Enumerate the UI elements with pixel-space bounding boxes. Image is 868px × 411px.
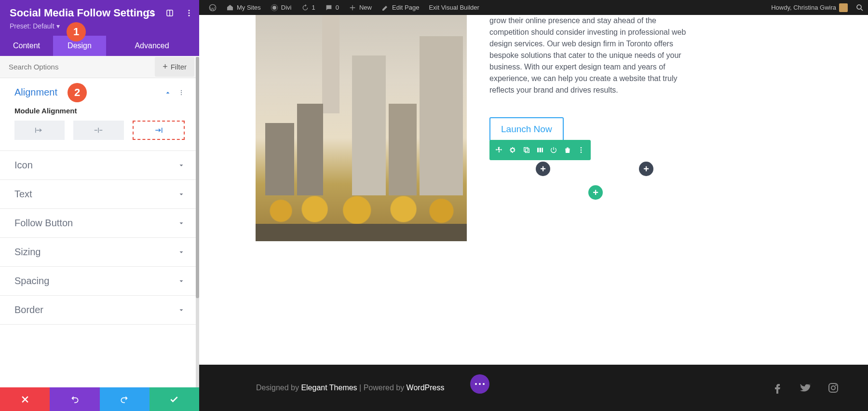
- avatar[interactable]: [839, 3, 848, 12]
- module-alignment-label: Module Alignment: [14, 107, 185, 115]
- builder-menu-fab[interactable]: [470, 374, 489, 394]
- chevron-down-icon: [178, 307, 185, 314]
- search-icon[interactable]: [855, 3, 864, 12]
- svg-rect-8: [542, 148, 543, 152]
- footer-credit: Designed by: [256, 384, 301, 392]
- align-right-button[interactable]: [133, 121, 185, 140]
- wp-updates[interactable]: 1: [297, 0, 320, 15]
- chevron-down-icon: [178, 191, 185, 198]
- section-sizing[interactable]: Sizing: [0, 238, 199, 266]
- wp-admin-bar: My Sites Divi 1 0 New Edit Page Exit Vis…: [199, 0, 868, 15]
- power-icon[interactable]: [550, 146, 557, 154]
- svg-rect-24: [162, 128, 163, 133]
- section-icon[interactable]: Icon: [0, 151, 199, 179]
- svg-point-10: [580, 150, 582, 151]
- chevron-down-icon: [178, 162, 185, 169]
- svg-rect-22: [35, 128, 36, 133]
- svg-rect-23: [98, 128, 99, 133]
- svg-point-17: [189, 13, 190, 14]
- svg-point-18: [189, 15, 190, 16]
- tab-content[interactable]: Content: [0, 36, 53, 56]
- body-text: grow their online presence and stay ahea…: [489, 15, 697, 96]
- add-module-button[interactable]: +: [536, 162, 550, 176]
- wp-exit-builder[interactable]: Exit Visual Builder: [424, 0, 484, 15]
- align-center-button[interactable]: [73, 121, 123, 140]
- add-module-button[interactable]: +: [639, 162, 653, 176]
- svg-point-16: [189, 10, 190, 11]
- settings-panel: Social Media Follow Settings Preset: Def…: [0, 0, 199, 411]
- svg-rect-5: [525, 149, 529, 152]
- facebook-icon[interactable]: [772, 382, 783, 394]
- save-button[interactable]: [149, 387, 199, 411]
- search-input[interactable]: [0, 56, 155, 78]
- panel-tabs: Content Design Advanced: [0, 36, 199, 56]
- section-text[interactable]: Text: [0, 180, 199, 208]
- chevron-down-icon: [178, 278, 185, 285]
- footer: Designed by Elegant Themes | Powered by …: [199, 365, 868, 411]
- svg-rect-6: [537, 148, 539, 152]
- svg-point-11: [580, 151, 582, 153]
- kebab-icon[interactable]: [178, 89, 185, 96]
- wp-edit-page[interactable]: Edit Page: [377, 0, 424, 15]
- tab-advanced[interactable]: Advanced: [106, 36, 198, 56]
- section-spacing[interactable]: Spacing: [0, 267, 199, 295]
- section-follow-button[interactable]: Follow Button: [0, 209, 199, 237]
- launch-button[interactable]: Launch Now: [489, 117, 564, 141]
- gear-icon[interactable]: [509, 146, 516, 154]
- align-left-button[interactable]: [14, 121, 65, 140]
- section-alignment[interactable]: Alignment: [0, 78, 199, 107]
- responsive-icon[interactable]: [165, 9, 174, 17]
- svg-point-20: [181, 92, 182, 93]
- footer-et-link[interactable]: Elegant Themes: [301, 384, 357, 392]
- more-icon[interactable]: [577, 146, 585, 154]
- page-preview: grow their online presence and stay ahea…: [199, 15, 868, 411]
- columns-icon[interactable]: [536, 146, 544, 154]
- svg-point-21: [181, 94, 182, 95]
- chevron-up-icon: [164, 89, 171, 96]
- redo-button[interactable]: [100, 387, 149, 411]
- undo-button[interactable]: [50, 387, 99, 411]
- hero-image: [256, 12, 467, 241]
- svg-point-3: [857, 5, 861, 9]
- move-icon[interactable]: [495, 146, 503, 154]
- add-row-button[interactable]: +: [588, 185, 603, 200]
- instagram-icon[interactable]: [827, 382, 839, 394]
- svg-rect-7: [540, 148, 541, 152]
- expand-icon[interactable]: [146, 9, 155, 17]
- wp-comments[interactable]: 0: [320, 0, 344, 15]
- close-button[interactable]: [0, 387, 50, 411]
- panel-preset[interactable]: Preset: Default ▾: [10, 22, 190, 30]
- wp-divi[interactable]: Divi: [266, 0, 297, 15]
- trash-icon[interactable]: [564, 146, 571, 154]
- wp-logo[interactable]: [204, 0, 221, 15]
- svg-point-1: [272, 6, 276, 10]
- wp-howdy[interactable]: Howdy, Christina Gwira: [771, 4, 836, 11]
- footer-wp-link[interactable]: WordPress: [407, 384, 445, 392]
- wp-my-sites[interactable]: My Sites: [221, 0, 266, 15]
- svg-point-9: [580, 147, 582, 149]
- module-toolbar: [489, 140, 591, 160]
- svg-point-13: [831, 386, 835, 390]
- duplicate-icon[interactable]: [523, 146, 530, 154]
- wp-new[interactable]: New: [344, 0, 377, 15]
- module-alignment-options: [14, 121, 185, 140]
- kebab-icon[interactable]: [185, 9, 193, 17]
- svg-rect-4: [524, 148, 528, 151]
- annotation-badge-2: 2: [68, 83, 87, 102]
- annotation-badge-1: 1: [67, 22, 86, 41]
- twitter-icon[interactable]: [800, 382, 811, 394]
- filter-button[interactable]: +Filter: [155, 57, 194, 77]
- chevron-down-icon: [178, 220, 185, 227]
- svg-point-14: [835, 384, 837, 386]
- svg-point-19: [181, 90, 182, 91]
- chevron-down-icon: [178, 249, 185, 256]
- section-border[interactable]: Border: [0, 296, 199, 324]
- scrollbar[interactable]: [196, 57, 199, 387]
